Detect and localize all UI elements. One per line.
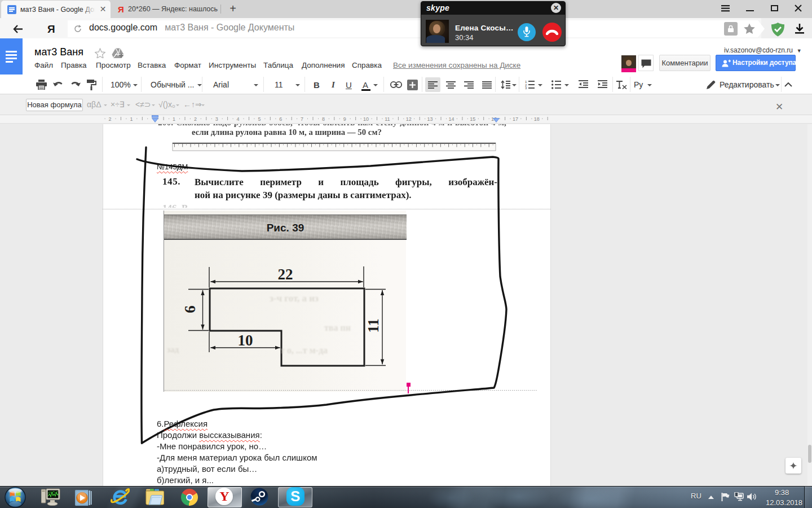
svg-text:3: 3 [215, 116, 218, 122]
svg-text:13: 13 [427, 116, 433, 122]
svg-text:12: 12 [406, 116, 412, 122]
svg-text:6: 6 [182, 305, 198, 313]
svg-text:з-ч гот, а из: з-ч гот, а из [270, 293, 319, 304]
svg-text:6: 6 [279, 116, 282, 122]
svg-text:22: 22 [278, 266, 293, 283]
svg-text:т о, ...т м-да: т о, ...т м-да [280, 345, 328, 355]
svg-text:9: 9 [343, 116, 346, 122]
svg-text:5: 5 [258, 116, 261, 122]
svg-text:3: 3 [525, 86, 527, 89]
svg-text:11: 11 [365, 318, 382, 333]
svg-text:зад: зад [167, 345, 179, 354]
svg-text:10: 10 [363, 116, 369, 122]
svg-text:10: 10 [238, 332, 253, 349]
svg-text:7: 7 [301, 116, 303, 122]
svg-text:17: 17 [513, 116, 518, 122]
svg-text:1: 1 [173, 116, 175, 122]
svg-text:8: 8 [322, 116, 325, 122]
svg-text:11: 11 [385, 116, 390, 122]
svg-text:тва пн: тва пн [324, 323, 351, 332]
svg-text:4: 4 [237, 116, 240, 122]
svg-text:2: 2 [108, 116, 111, 122]
svg-text:18: 18 [534, 116, 540, 122]
svg-text:2: 2 [194, 116, 197, 122]
svg-text:15: 15 [470, 116, 475, 122]
svg-text:1: 1 [130, 116, 133, 122]
svg-text:14: 14 [448, 116, 454, 122]
